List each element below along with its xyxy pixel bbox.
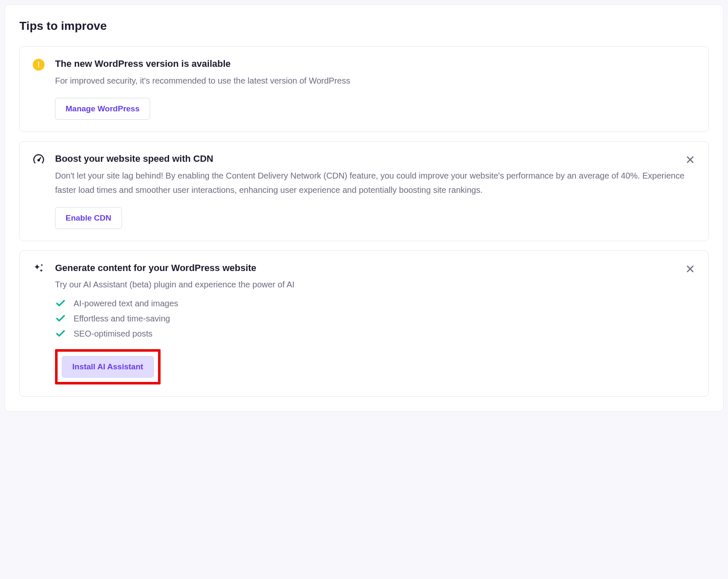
warning-icon: ! bbox=[32, 58, 45, 71]
close-icon bbox=[685, 154, 696, 165]
check-icon bbox=[55, 328, 66, 339]
tip-title: Generate content for your WordPress webs… bbox=[55, 263, 696, 274]
tip-content: Generate content for your WordPress webs… bbox=[55, 263, 696, 384]
sparkles-icon bbox=[32, 263, 45, 275]
feature-item: SEO-optimised posts bbox=[55, 328, 696, 339]
tip-title: Boost your website speed with CDN bbox=[55, 153, 696, 164]
feature-text: AI-powered text and images bbox=[74, 299, 178, 308]
speedometer-icon bbox=[32, 153, 45, 166]
tip-card-cdn: Boost your website speed with CDN Don't … bbox=[19, 141, 709, 241]
feature-item: Effortless and time-saving bbox=[55, 313, 696, 324]
tip-description: Don't let your site lag behind! By enabl… bbox=[55, 168, 696, 197]
tip-title: The new WordPress version is available bbox=[55, 58, 696, 69]
feature-item: AI-powered text and images bbox=[55, 298, 696, 309]
tip-content: The new WordPress version is available F… bbox=[55, 58, 696, 120]
check-icon bbox=[55, 298, 66, 309]
close-icon bbox=[685, 263, 696, 274]
check-icon bbox=[55, 313, 66, 324]
svg-point-1 bbox=[38, 159, 40, 161]
tip-card-ai-assistant: Generate content for your WordPress webs… bbox=[19, 250, 709, 397]
close-button[interactable] bbox=[683, 262, 697, 277]
feature-text: Effortless and time-saving bbox=[74, 314, 170, 324]
enable-cdn-button[interactable]: Enable CDN bbox=[55, 207, 122, 229]
tip-card-wordpress-update: ! The new WordPress version is available… bbox=[19, 46, 709, 132]
tip-content: Boost your website speed with CDN Don't … bbox=[55, 153, 696, 229]
feature-list: AI-powered text and images Effortless an… bbox=[55, 298, 696, 339]
section-title: Tips to improve bbox=[19, 19, 709, 33]
tip-description: For improved security, it's recommended … bbox=[55, 74, 696, 88]
manage-wordpress-button[interactable]: Manage WordPress bbox=[55, 98, 150, 120]
tips-panel: Tips to improve ! The new WordPress vers… bbox=[4, 4, 724, 412]
install-ai-assistant-button[interactable]: Install AI Assistant bbox=[62, 356, 154, 378]
close-button[interactable] bbox=[683, 153, 697, 168]
highlight-box: Install AI Assistant bbox=[55, 349, 161, 384]
tip-subdescription: Try our AI Assistant (beta) plugin and e… bbox=[55, 278, 696, 291]
feature-text: SEO-optimised posts bbox=[74, 329, 153, 339]
